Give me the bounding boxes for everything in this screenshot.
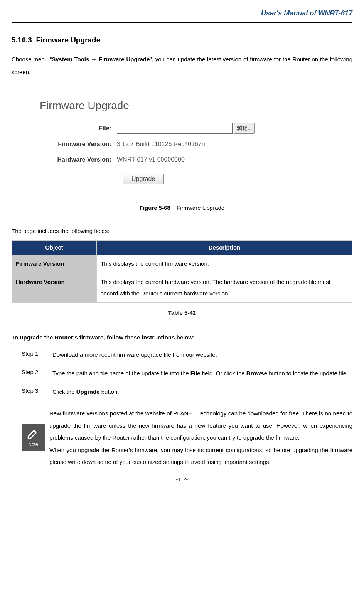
page-header: User's Manual of WNRT-617 [12, 8, 352, 23]
section-title: Firmware Upgrade [36, 36, 100, 44]
description-cell: This displays the current firmware versi… [97, 255, 352, 273]
firmware-version-value: 3.12.7 Build 110126 Rel.40167n [117, 139, 205, 149]
figure-text: Firmware Upgrade [177, 204, 224, 211]
firmware-version-row: Firmware Version: 3.12.7 Build 110126 Re… [40, 139, 324, 149]
table-caption: Table 5-42 [12, 308, 352, 317]
intro-paragraph: Choose menu "System Tools → Firmware Upg… [12, 53, 352, 78]
section-heading: 5.16.3 Firmware Upgrade [12, 34, 352, 46]
step-3: Step 3. Click the Upgrade button. [12, 386, 352, 398]
menu-path-2: Firmware Upgrade [99, 56, 150, 62]
hardware-version-row: Hardware Version: WNRT-617 v1 00000000 [40, 155, 324, 165]
step-text: Click the Upgrade button. [52, 386, 352, 398]
fields-table: Object Description Firmware Version This… [12, 240, 352, 303]
menu-path-1: System Tools [52, 56, 89, 62]
step-label: Step 2. [22, 368, 52, 379]
instructions-heading: To upgrade the Router's firmware, follow… [12, 333, 352, 342]
hardware-version-value: WNRT-617 v1 00000000 [117, 155, 185, 165]
note-text: New firmware versions posted at the webs… [49, 405, 352, 471]
step-1: Step 1. Download a more recent firmware … [12, 349, 352, 361]
table-row: Firmware Version This displays the curre… [12, 255, 352, 273]
description-cell: This displays the current hardware versi… [97, 273, 352, 303]
figure-caption: Figure 5-68 Firmware Upgrade [12, 203, 352, 213]
col-description: Description [97, 241, 352, 255]
note-icon: Note [22, 424, 45, 451]
col-object: Object [12, 241, 97, 255]
object-cell: Firmware Version [12, 255, 97, 273]
header-title: User's Manual of WNRT-617 [261, 9, 352, 17]
file-row: File: 瀏覽... [40, 123, 324, 134]
file-label: File: [40, 123, 117, 133]
step-text: Download a more recent firmware upgrade … [52, 349, 352, 361]
hardware-version-label: Hardware Version: [40, 155, 117, 165]
fields-intro: The page includes the following fields: [12, 226, 352, 236]
step-2: Step 2. Type the path and file name of t… [12, 368, 352, 379]
table-row: Hardware Version This displays the curre… [12, 273, 352, 303]
browse-button[interactable]: 瀏覽... [234, 123, 255, 134]
step-text: Type the path and file name of the updat… [52, 368, 352, 379]
page-number: -112- [12, 476, 352, 484]
section-number: 5.16.3 [12, 36, 32, 44]
step-label: Step 3. [22, 386, 52, 398]
step-label: Step 1. [22, 349, 52, 361]
figure-number: Figure 5-68 [140, 204, 170, 211]
note-block: Note New firmware versions posted at the… [22, 405, 352, 471]
upgrade-row: Upgrade [40, 174, 324, 184]
firmware-upgrade-screenshot: Firmware Upgrade File: 瀏覽... Firmware Ve… [24, 86, 340, 196]
panel-title: Firmware Upgrade [40, 97, 324, 115]
upgrade-button[interactable]: Upgrade [123, 174, 164, 184]
file-input[interactable] [117, 123, 233, 134]
object-cell: Hardware Version [12, 273, 97, 303]
note-label: Note [28, 441, 38, 448]
firmware-version-label: Firmware Version: [40, 139, 117, 149]
